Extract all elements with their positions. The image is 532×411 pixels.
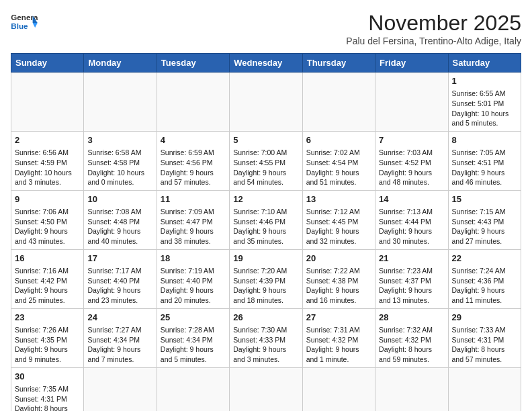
day-info: Sunrise: 7:06 AM Sunset: 4:50 PM Dayligh… <box>15 208 69 245</box>
calendar-week-row: 1Sunrise: 6:55 AM Sunset: 5:01 PM Daylig… <box>11 73 521 132</box>
day-info: Sunrise: 7:26 AM Sunset: 4:35 PM Dayligh… <box>15 326 69 363</box>
calendar-cell: 5Sunrise: 7:00 AM Sunset: 4:55 PM Daylig… <box>230 131 302 190</box>
calendar-cell <box>448 367 521 411</box>
calendar-cell: 13Sunrise: 7:12 AM Sunset: 4:45 PM Dayli… <box>302 190 375 249</box>
calendar-cell <box>375 367 448 411</box>
calendar-cell <box>84 73 157 132</box>
day-number: 16 <box>15 253 80 265</box>
calendar-cell: 10Sunrise: 7:08 AM Sunset: 4:48 PM Dayli… <box>84 190 157 249</box>
calendar-cell: 14Sunrise: 7:13 AM Sunset: 4:44 PM Dayli… <box>375 190 448 249</box>
day-number: 19 <box>233 253 298 265</box>
calendar-cell: 11Sunrise: 7:09 AM Sunset: 4:47 PM Dayli… <box>157 190 229 249</box>
day-number: 7 <box>379 134 444 146</box>
day-info: Sunrise: 7:27 AM Sunset: 4:34 PM Dayligh… <box>87 326 141 363</box>
calendar-cell <box>157 367 229 411</box>
calendar-header-tuesday: Tuesday <box>157 54 229 73</box>
calendar-cell: 1Sunrise: 6:55 AM Sunset: 5:01 PM Daylig… <box>448 73 521 132</box>
calendar-week-row: 30Sunrise: 7:35 AM Sunset: 4:31 PM Dayli… <box>11 367 521 411</box>
day-info: Sunrise: 7:31 AM Sunset: 4:32 PM Dayligh… <box>306 326 360 363</box>
calendar-cell: 7Sunrise: 7:03 AM Sunset: 4:52 PM Daylig… <box>375 131 448 190</box>
calendar-header-wednesday: Wednesday <box>230 54 302 73</box>
calendar-week-row: 9Sunrise: 7:06 AM Sunset: 4:50 PM Daylig… <box>11 190 521 249</box>
day-number: 17 <box>87 253 152 265</box>
calendar-cell: 22Sunrise: 7:24 AM Sunset: 4:36 PM Dayli… <box>448 249 521 308</box>
calendar-cell: 25Sunrise: 7:28 AM Sunset: 4:34 PM Dayli… <box>157 308 229 367</box>
calendar-cell: 8Sunrise: 7:05 AM Sunset: 4:51 PM Daylig… <box>448 131 521 190</box>
day-info: Sunrise: 6:55 AM Sunset: 5:01 PM Dayligh… <box>452 89 509 127</box>
day-number: 21 <box>379 253 444 265</box>
day-number: 23 <box>15 312 80 324</box>
day-info: Sunrise: 7:24 AM Sunset: 4:36 PM Dayligh… <box>452 267 506 304</box>
calendar-cell: 20Sunrise: 7:22 AM Sunset: 4:38 PM Dayli… <box>302 249 375 308</box>
day-info: Sunrise: 7:16 AM Sunset: 4:42 PM Dayligh… <box>15 267 69 304</box>
calendar-header-friday: Friday <box>375 54 448 73</box>
day-number: 1 <box>452 75 517 87</box>
day-info: Sunrise: 7:35 AM Sunset: 4:31 PM Dayligh… <box>15 385 69 411</box>
day-number: 8 <box>452 134 517 146</box>
day-info: Sunrise: 7:32 AM Sunset: 4:32 PM Dayligh… <box>379 326 433 363</box>
calendar-cell <box>302 367 375 411</box>
calendar-cell: 21Sunrise: 7:23 AM Sunset: 4:37 PM Dayli… <box>375 249 448 308</box>
calendar-cell <box>302 73 375 132</box>
calendar-cell: 12Sunrise: 7:10 AM Sunset: 4:46 PM Dayli… <box>230 190 302 249</box>
day-info: Sunrise: 7:28 AM Sunset: 4:34 PM Dayligh… <box>161 326 214 363</box>
calendar-cell: 29Sunrise: 7:33 AM Sunset: 4:31 PM Dayli… <box>448 308 521 367</box>
day-info: Sunrise: 7:00 AM Sunset: 4:55 PM Dayligh… <box>233 148 287 186</box>
calendar-cell: 30Sunrise: 7:35 AM Sunset: 4:31 PM Dayli… <box>11 367 84 411</box>
day-info: Sunrise: 7:19 AM Sunset: 4:40 PM Dayligh… <box>161 267 214 304</box>
day-info: Sunrise: 7:03 AM Sunset: 4:52 PM Dayligh… <box>379 148 433 186</box>
calendar-cell <box>84 367 157 411</box>
day-number: 30 <box>15 371 80 383</box>
day-number: 13 <box>306 193 371 205</box>
title-block: November 2025 Palu del Fersina, Trentino… <box>346 11 521 46</box>
day-info: Sunrise: 7:05 AM Sunset: 4:51 PM Dayligh… <box>452 148 506 186</box>
calendar-week-row: 23Sunrise: 7:26 AM Sunset: 4:35 PM Dayli… <box>11 308 521 367</box>
calendar-cell: 23Sunrise: 7:26 AM Sunset: 4:35 PM Dayli… <box>11 308 84 367</box>
day-number: 20 <box>306 253 371 265</box>
logo: General Blue <box>11 11 38 35</box>
calendar-cell: 18Sunrise: 7:19 AM Sunset: 4:40 PM Dayli… <box>157 249 229 308</box>
generalblue-logo-icon: General Blue <box>11 11 38 35</box>
day-info: Sunrise: 7:33 AM Sunset: 4:31 PM Dayligh… <box>452 326 506 363</box>
day-number: 14 <box>379 193 444 205</box>
calendar-cell <box>11 73 84 132</box>
calendar-cell: 2Sunrise: 6:56 AM Sunset: 4:59 PM Daylig… <box>11 131 84 190</box>
calendar-cell: 15Sunrise: 7:15 AM Sunset: 4:43 PM Dayli… <box>448 190 521 249</box>
day-number: 10 <box>87 193 152 205</box>
calendar-cell <box>230 73 302 132</box>
day-info: Sunrise: 6:56 AM Sunset: 4:59 PM Dayligh… <box>15 148 72 186</box>
day-number: 29 <box>452 312 517 324</box>
calendar-cell: 3Sunrise: 6:58 AM Sunset: 4:58 PM Daylig… <box>84 131 157 190</box>
calendar-header-sunday: Sunday <box>11 54 84 73</box>
day-info: Sunrise: 7:22 AM Sunset: 4:38 PM Dayligh… <box>306 267 360 304</box>
calendar-cell: 28Sunrise: 7:32 AM Sunset: 4:32 PM Dayli… <box>375 308 448 367</box>
svg-marker-3 <box>33 23 38 28</box>
month-title: November 2025 <box>346 11 521 36</box>
day-number: 2 <box>15 134 80 146</box>
calendar-cell: 19Sunrise: 7:20 AM Sunset: 4:39 PM Dayli… <box>230 249 302 308</box>
day-number: 3 <box>87 134 152 146</box>
calendar-cell <box>157 73 229 132</box>
day-number: 6 <box>306 134 371 146</box>
calendar-cell: 6Sunrise: 7:02 AM Sunset: 4:54 PM Daylig… <box>302 131 375 190</box>
page-header: General Blue November 2025 Palu del Fers… <box>11 11 521 46</box>
calendar-header-row: SundayMondayTuesdayWednesdayThursdayFrid… <box>11 54 521 73</box>
calendar-cell: 24Sunrise: 7:27 AM Sunset: 4:34 PM Dayli… <box>84 308 157 367</box>
calendar-cell: 4Sunrise: 6:59 AM Sunset: 4:56 PM Daylig… <box>157 131 229 190</box>
calendar-header-thursday: Thursday <box>302 54 375 73</box>
calendar-header-monday: Monday <box>84 54 157 73</box>
day-info: Sunrise: 7:02 AM Sunset: 4:54 PM Dayligh… <box>306 148 360 186</box>
calendar-cell <box>375 73 448 132</box>
day-number: 4 <box>161 134 226 146</box>
day-info: Sunrise: 7:09 AM Sunset: 4:47 PM Dayligh… <box>161 208 214 245</box>
day-info: Sunrise: 6:59 AM Sunset: 4:56 PM Dayligh… <box>161 148 214 186</box>
day-info: Sunrise: 7:08 AM Sunset: 4:48 PM Dayligh… <box>87 208 141 245</box>
day-info: Sunrise: 6:58 AM Sunset: 4:58 PM Dayligh… <box>87 148 144 186</box>
day-number: 18 <box>161 253 226 265</box>
calendar-week-row: 2Sunrise: 6:56 AM Sunset: 4:59 PM Daylig… <box>11 131 521 190</box>
calendar-cell: 16Sunrise: 7:16 AM Sunset: 4:42 PM Dayli… <box>11 249 84 308</box>
location-subtitle: Palu del Fersina, Trentino-Alto Adige, I… <box>346 36 521 46</box>
day-info: Sunrise: 7:30 AM Sunset: 4:33 PM Dayligh… <box>233 326 287 363</box>
day-number: 24 <box>87 312 152 324</box>
day-info: Sunrise: 7:23 AM Sunset: 4:37 PM Dayligh… <box>379 267 433 304</box>
